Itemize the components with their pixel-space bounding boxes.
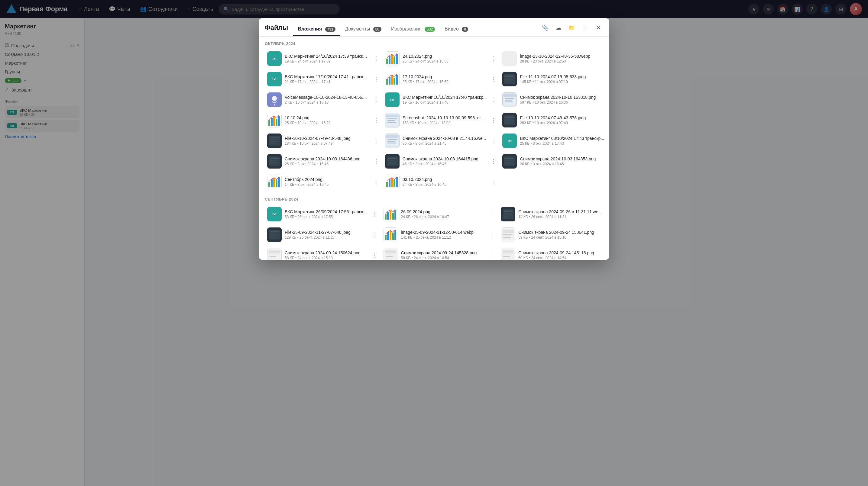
- file-row[interactable]: image-25-09-2024-11-12-50-614.webp141 КБ…: [381, 224, 498, 245]
- attach-icon[interactable]: 📎: [540, 23, 550, 33]
- file-more-button[interactable]: ⋮: [372, 75, 380, 84]
- file-more-button[interactable]: ⋮: [372, 54, 380, 63]
- file-more-button[interactable]: ⋮: [488, 209, 496, 219]
- file-info: 03.10.2024.png24 КБ • 3 окт. 2024 в 16:4…: [403, 177, 487, 187]
- file-row[interactable]: txtВКС Маркетинг 03/10/2024 17:43 транск…: [500, 130, 609, 151]
- file-name: ВКС Маркетинг 10/10/2024 17:40 транскр..…: [403, 95, 487, 100]
- file-more-button[interactable]: ⋮: [490, 177, 497, 186]
- file-more-button[interactable]: ⋮: [490, 54, 497, 63]
- file-more-button[interactable]: ⋮: [372, 157, 380, 166]
- file-row[interactable]: Снимок экрана 2024-09-24 145118.png60 КБ…: [498, 245, 609, 260]
- file-row[interactable]: 17.10.2024.png25 КБ • 17 окт. 2024 в 15:…: [383, 69, 500, 89]
- file-row[interactable]: txtВКС Маркетинг 17/10/2024 17:41 транск…: [265, 69, 383, 89]
- file-more-button[interactable]: ⋮: [490, 75, 497, 84]
- file-more-button[interactable]: ⋮: [372, 136, 380, 145]
- file-thumbnail: [383, 248, 398, 260]
- folder-icon[interactable]: 📁: [567, 23, 577, 33]
- file-row[interactable]: Снимок экрана 2024-09-24 150624.png58 КБ…: [265, 245, 381, 260]
- file-row[interactable]: Снимок экрана 2024-09-24 150641.png59 КБ…: [498, 224, 609, 245]
- svg-rect-88: [270, 235, 277, 236]
- svg-rect-44: [270, 143, 275, 144]
- file-more-button[interactable]: ⋮: [607, 95, 609, 104]
- svg-rect-31: [386, 115, 398, 117]
- modal-body: ОКТЯБРЬ 2024txtВКС Маркетинг 24/10/2024 …: [259, 37, 609, 260]
- svg-rect-5: [394, 57, 395, 64]
- file-thumbnail: txt: [267, 72, 282, 86]
- file-row[interactable]: txtВКС Маркетинг 10/10/2024 17:40 транск…: [383, 89, 500, 110]
- file-meta: 24 КБ • 26 сент. 2024 в 16:47: [401, 215, 485, 219]
- file-thumbnail: [502, 51, 517, 66]
- file-row[interactable]: File-11-10-2024-07-19-05-633.jpeg145 КБ …: [500, 69, 609, 89]
- svg-rect-33: [388, 120, 395, 121]
- file-row[interactable]: txtВКС Маркетинг 26/09/2024 17:55 транск…: [265, 204, 381, 224]
- more-options-icon[interactable]: ⋮: [580, 23, 590, 33]
- file-meta: 45 КБ • 3 окт. 2024 в 16:45: [403, 162, 487, 166]
- file-more-button[interactable]: ⋮: [607, 54, 609, 63]
- file-more-button[interactable]: ⋮: [607, 136, 609, 145]
- file-more-button[interactable]: ⋮: [488, 251, 496, 260]
- tab-documents[interactable]: Документы 88: [340, 23, 386, 36]
- svg-rect-112: [503, 255, 512, 255]
- month-label: СЕНТЯБРЬ 2024: [265, 192, 603, 204]
- file-row[interactable]: 10.10.24.png25 КБ • 10 окт. 2024 в 16:28…: [265, 110, 383, 130]
- file-more-button[interactable]: ⋮: [607, 116, 609, 125]
- file-row[interactable]: 24.10.2024.png25 КБ • 24 окт. 2024 в 15:…: [383, 48, 500, 69]
- file-name: ВКС Маркетинг 17/10/2024 17:41 транскр..…: [285, 74, 369, 79]
- file-more-button[interactable]: ⋮: [371, 209, 379, 219]
- file-row[interactable]: File-10-10-2024-07-49-43-548.jpeg184 КБ …: [265, 130, 383, 151]
- file-more-button[interactable]: ⋮: [606, 251, 609, 260]
- file-row[interactable]: Снимок экрана 2024-09-26 в 11.31.11.webp…: [498, 204, 609, 224]
- file-row[interactable]: VoiceMessage-10-10-2024-18-13-48-856....…: [265, 89, 383, 110]
- file-row[interactable]: Screenshot_2024-10-10-13-00-09-598_or_.1…: [383, 110, 500, 130]
- file-row[interactable]: image-23-10-2024-12-48-36-58.webp28 КБ •…: [500, 48, 609, 69]
- file-row[interactable]: txtВКС Маркетинг 24/10/2024 17:39 транск…: [265, 48, 383, 69]
- file-more-button[interactable]: ⋮: [490, 95, 497, 104]
- close-icon[interactable]: ✕: [594, 23, 603, 33]
- file-more-button[interactable]: ⋮: [490, 116, 497, 125]
- cloud-icon[interactable]: ☁: [554, 23, 563, 33]
- file-row[interactable]: 26.09.2024.png24 КБ • 26 сент. 2024 в 16…: [381, 204, 498, 224]
- file-name: 17.10.2024.png: [403, 74, 487, 79]
- file-more-button[interactable]: ⋮: [606, 230, 609, 239]
- svg-rect-51: [270, 158, 279, 159]
- file-more-button[interactable]: ⋮: [371, 251, 379, 260]
- file-thumbnail: txt: [502, 133, 517, 148]
- file-more-button[interactable]: ⋮: [490, 136, 497, 145]
- file-row[interactable]: File-25-09-2024-11-27-07-646.jpeg129 КБ …: [265, 224, 381, 245]
- file-thumbnail: [501, 207, 515, 221]
- file-more-button[interactable]: ⋮: [488, 230, 496, 239]
- file-meta: 86 КБ • 8 окт. 2024 в 21:45: [403, 141, 487, 145]
- svg-rect-56: [388, 158, 397, 159]
- svg-rect-27: [273, 117, 275, 126]
- file-row[interactable]: 03.10.2024.png24 КБ • 3 окт. 2024 в 16:4…: [383, 171, 500, 192]
- file-more-button[interactable]: ⋮: [371, 230, 379, 239]
- file-row[interactable]: Снимок экрана 2024-10-10 163018.png597 К…: [500, 89, 609, 110]
- file-row[interactable]: Сентябрь 2024.png14 КБ • 3 окт. 2024 в 1…: [265, 171, 383, 192]
- file-thumbnail: [502, 154, 517, 168]
- tab-video[interactable]: Видео 8: [440, 23, 473, 36]
- file-more-button[interactable]: ⋮: [490, 157, 497, 166]
- svg-rect-66: [271, 180, 273, 187]
- file-more-button[interactable]: ⋮: [607, 75, 609, 84]
- file-thumbnail: [383, 227, 398, 242]
- svg-rect-3: [389, 56, 391, 64]
- file-row[interactable]: Снимок экрана 2024-10-03 164415.png45 КБ…: [383, 151, 500, 171]
- file-row[interactable]: Снимок экрана 2024-10-03 164353.png26 КБ…: [500, 151, 609, 171]
- svg-rect-76: [387, 212, 389, 220]
- file-more-button[interactable]: ⋮: [372, 177, 380, 186]
- file-row[interactable]: Снимок экрана 2024-09-24 145328.png58 КБ…: [381, 245, 498, 260]
- file-row[interactable]: Снимок экрана 2024-10-08 в 21.44.16.we..…: [383, 130, 500, 151]
- svg-rect-64: [505, 163, 510, 164]
- file-more-button[interactable]: ⋮: [606, 209, 609, 219]
- svg-rect-53: [270, 162, 277, 162]
- file-name: image-25-09-2024-11-12-50-614.webp: [401, 230, 485, 235]
- file-more-button[interactable]: ⋮: [607, 157, 609, 166]
- tab-attachments[interactable]: Вложения 731: [293, 23, 340, 36]
- tab-attachments-badge: 731: [325, 27, 336, 32]
- tab-images[interactable]: Изображения 632: [386, 23, 440, 36]
- file-more-button[interactable]: ⋮: [372, 116, 380, 125]
- modal-header: Файлы Вложения 731 Документы 88 Изображе…: [259, 18, 609, 37]
- file-more-button[interactable]: ⋮: [372, 95, 380, 104]
- file-row[interactable]: File-10-10-2024-07-49-43-578.jpeg283 КБ …: [500, 110, 609, 130]
- file-row[interactable]: Снимок экрана 2024-10-03 164436.png25 КБ…: [265, 151, 383, 171]
